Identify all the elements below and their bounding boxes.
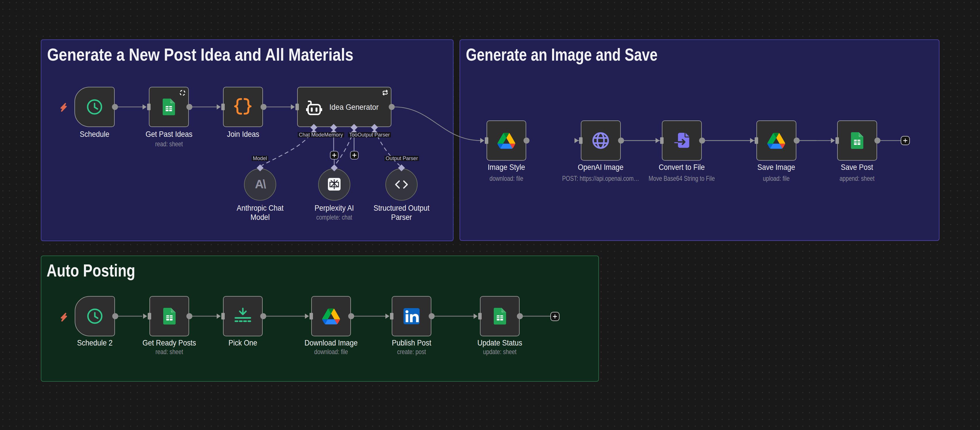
svg-text:A\: A\ [255, 177, 266, 191]
